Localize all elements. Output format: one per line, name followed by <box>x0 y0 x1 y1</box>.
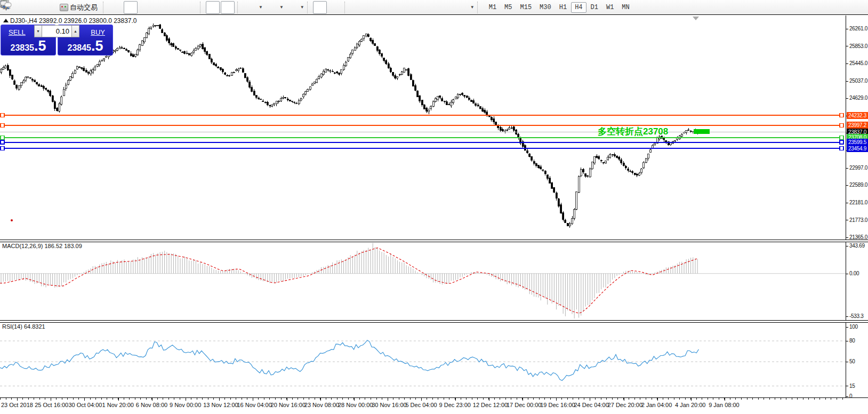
date-minor-tick <box>730 398 730 400</box>
periods-clock-icon[interactable] <box>264 1 278 14</box>
add-indicator-icon[interactable] <box>243 1 257 14</box>
date-label: 9 Dec 23:00 <box>439 402 471 408</box>
timeframe-d1[interactable]: D1 <box>587 2 602 13</box>
date-minor-tick <box>550 398 551 400</box>
rsi-chart[interactable] <box>0 322 846 397</box>
date-minor-tick <box>331 398 332 400</box>
tile-windows-icon[interactable] <box>183 1 197 14</box>
date-minor-tick <box>483 398 484 400</box>
collapse-icon[interactable] <box>3 19 9 22</box>
bar-chart-icon[interactable] <box>109 1 123 14</box>
fibonacci-icon[interactable]: F <box>410 1 424 14</box>
date-minor-tick <box>741 398 742 400</box>
trendline-icon[interactable] <box>380 1 394 14</box>
news-icon[interactable] <box>27 1 41 14</box>
timeframe-h1[interactable]: H1 <box>556 2 570 13</box>
date-minor-tick <box>696 398 697 400</box>
dropdown-caret[interactable]: ▼ <box>300 5 304 10</box>
volume-decrease-button[interactable]: ▼ <box>34 25 42 37</box>
date-minor-tick <box>517 398 517 400</box>
date-minor-tick <box>135 398 135 400</box>
arrows-icon[interactable] <box>455 1 469 14</box>
date-axis[interactable]: 23 Oct 201825 Oct 16:0030 Oct 04:001 Nov… <box>0 397 868 414</box>
volume-increase-button[interactable]: ▲ <box>71 25 79 37</box>
templates-icon[interactable] <box>285 1 299 14</box>
zoom-in-icon[interactable] <box>154 1 167 14</box>
text-icon[interactable]: A <box>425 1 439 14</box>
date-minor-tick <box>663 398 663 400</box>
date-label: 17 Dec 00:00 <box>507 402 541 408</box>
date-label: 4 Jan 20:00 <box>675 402 706 408</box>
date-minor-tick <box>230 398 231 400</box>
date-minor-tick <box>303 398 304 400</box>
level-price-tag: 23997.2 <box>847 122 868 129</box>
macd-pane[interactable]: MACD(12,26,9) 186.52 183.09 <box>0 242 846 320</box>
chart-shift-icon[interactable] <box>221 1 235 14</box>
date-minor-tick <box>567 398 568 400</box>
date-minor-tick <box>640 398 640 400</box>
horizontal-line-icon[interactable] <box>365 1 379 14</box>
date-major-tick <box>51 398 51 401</box>
date-label: 9 Nov 00:00 <box>170 402 201 408</box>
gold-diamond-icon[interactable] <box>12 1 26 14</box>
dropdown-caret[interactable]: ▼ <box>470 5 475 10</box>
date-minor-tick <box>763 398 764 400</box>
date-minor-tick <box>825 398 826 400</box>
date-major-tick <box>388 398 388 401</box>
pane-splitter[interactable] <box>0 240 868 242</box>
timeframe-w1[interactable]: W1 <box>602 2 617 13</box>
equidistant-channel-icon[interactable]: E <box>395 1 409 14</box>
date-minor-tick <box>264 398 264 400</box>
zoom-out-icon[interactable] <box>168 1 182 14</box>
auto-scroll-icon[interactable] <box>206 1 220 14</box>
candlestick-chart[interactable] <box>0 15 846 240</box>
price-chart-pane[interactable]: DJ30-,H4 23892.0 23926.0 23800.0 23837.0 <box>0 15 846 240</box>
timeframe-m1[interactable]: M1 <box>485 2 500 13</box>
date-minor-tick <box>752 398 753 400</box>
timeframe-m5[interactable]: M5 <box>501 2 516 13</box>
candle-chart-icon[interactable] <box>124 1 138 14</box>
date-minor-tick <box>410 398 411 400</box>
date-minor-tick <box>432 398 433 400</box>
chart-shift-marker[interactable] <box>693 17 699 20</box>
date-minor-tick <box>382 398 382 400</box>
timeframe-mn[interactable]: MN <box>618 2 633 13</box>
date-label: 30 Nov 16:00 <box>372 402 406 408</box>
line-chart-icon[interactable] <box>139 1 152 14</box>
date-minor-tick <box>735 398 736 400</box>
timeframe-m15[interactable]: M15 <box>517 2 536 13</box>
timeframe-m30[interactable]: M30 <box>536 2 555 13</box>
price-axis[interactable]: 26261.025853.025445.025037.024629.024221… <box>846 15 868 414</box>
timeframe-h4[interactable]: H4 <box>571 2 586 13</box>
date-label: 13 Nov 12:00 <box>203 402 238 408</box>
auto-trading-button[interactable]: 自动交易 <box>57 2 100 13</box>
cursor-icon[interactable] <box>313 1 327 14</box>
date-minor-tick <box>78 398 79 400</box>
price-tick: 50 <box>846 359 855 365</box>
signal-icon[interactable] <box>42 1 56 14</box>
date-minor-tick <box>674 398 674 400</box>
date-major-tick <box>152 398 152 401</box>
price-tick: 0.00 <box>846 270 859 277</box>
date-major-tick <box>287 398 287 401</box>
date-minor-tick <box>803 398 803 400</box>
date-minor-tick <box>56 398 57 400</box>
volume-input[interactable]: 0.10 <box>42 25 71 37</box>
price-tick: 21773.0 <box>846 217 867 224</box>
dropdown-caret[interactable]: ▼ <box>279 5 284 10</box>
crosshair-icon[interactable] <box>328 1 342 14</box>
vertical-line-icon[interactable] <box>350 1 364 14</box>
date-minor-tick <box>606 398 607 400</box>
toolbar-separator <box>477 2 480 13</box>
one-click-trading-panel: SELL 23835.5 BUY 23845.5 ▼ 0.10 ▲ <box>1 25 113 55</box>
dropdown-caret[interactable]: ▼ <box>259 5 263 10</box>
date-minor-tick <box>258 398 259 400</box>
pane-splitter[interactable] <box>0 320 868 323</box>
price-tick: 343.69 <box>846 243 865 249</box>
date-minor-tick <box>281 398 282 400</box>
rsi-pane[interactable]: RSI(14) 64.8321 <box>0 322 846 397</box>
macd-chart[interactable] <box>0 242 846 320</box>
date-minor-tick <box>326 398 326 400</box>
date-minor-tick <box>298 398 298 400</box>
text-label-icon[interactable]: T <box>440 1 454 14</box>
